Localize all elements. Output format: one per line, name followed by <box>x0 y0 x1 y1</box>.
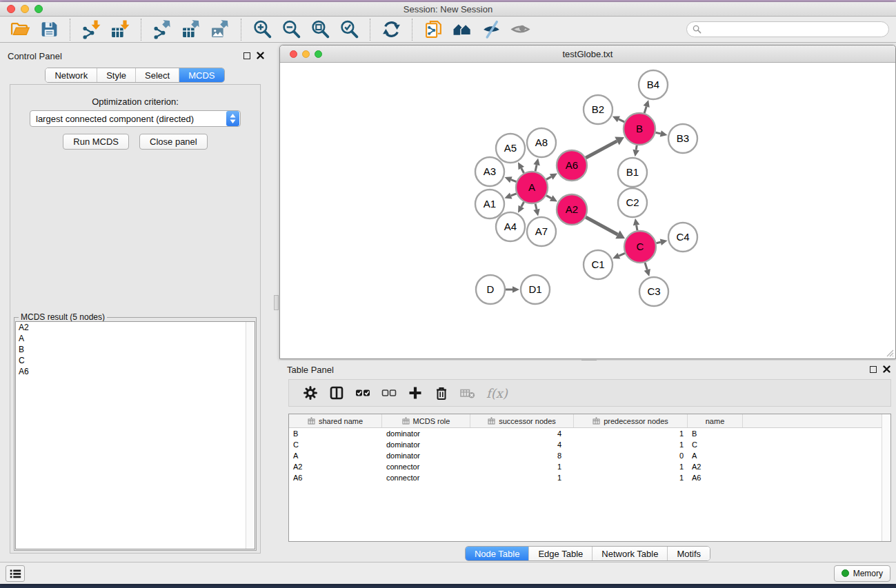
graph-edge-A-A4[interactable] <box>521 202 524 207</box>
close-panel-icon[interactable] <box>257 52 264 59</box>
toolbar-separator <box>141 19 141 41</box>
import-table-button[interactable] <box>110 19 130 41</box>
graph-edge-A-A1[interactable] <box>511 194 517 196</box>
column-header-MCDS-role[interactable]: MCDS role <box>382 414 470 427</box>
table-scrollbar[interactable] <box>882 414 890 541</box>
save-session-button[interactable] <box>39 19 59 41</box>
export-image-button[interactable] <box>210 19 230 41</box>
table-close-panel-icon[interactable] <box>883 365 890 373</box>
graph-edge-C-C3[interactable] <box>645 263 647 270</box>
unselect-all-columns-button[interactable] <box>381 385 397 401</box>
graph-edge-A6-B[interactable] <box>586 141 617 158</box>
graph-edge-C-C4[interactable] <box>656 242 660 243</box>
result-list-scrollbar[interactable] <box>246 322 255 549</box>
export-table-button[interactable] <box>181 19 201 41</box>
graph-node-label-A2: A2 <box>566 203 578 215</box>
tab-mcds[interactable]: MCDS <box>179 68 223 82</box>
graph-edge-C-C1[interactable] <box>619 253 625 256</box>
import-table-icon <box>110 19 130 39</box>
float-panel-icon[interactable] <box>243 52 250 59</box>
vertical-split-handle[interactable] <box>274 295 279 310</box>
clone-network-button[interactable] <box>423 19 444 41</box>
zoom-selected-button[interactable] <box>339 19 359 41</box>
show-all-networks-button[interactable] <box>452 19 472 41</box>
column-header-shared-name[interactable]: shared name <box>289 414 382 427</box>
tab-network-table[interactable]: Network Table <box>592 547 667 560</box>
mcds-result-item[interactable]: B <box>16 344 255 355</box>
toolbar-separator <box>70 19 70 41</box>
table-row[interactable]: Bdominator41B <box>289 428 890 439</box>
column-header-successor-nodes[interactable]: successor nodes <box>470 414 574 427</box>
table-row[interactable]: Cdominator41C <box>289 439 890 450</box>
table-float-panel-icon[interactable] <box>870 366 877 373</box>
graph-edge-A-A8[interactable] <box>535 165 537 171</box>
column-header-predecessor-nodes[interactable]: predecessor nodes <box>574 414 688 427</box>
task-history-button[interactable] <box>6 565 25 582</box>
graph-edge-B-B3[interactable] <box>655 132 660 134</box>
table-toolbar: f(x) <box>288 379 891 407</box>
hide-panel-button[interactable] <box>481 19 501 41</box>
zoom-out-button[interactable] <box>281 19 301 41</box>
mcds-result-item[interactable]: A2 <box>16 322 255 333</box>
delete-column-icon <box>434 385 449 401</box>
function-builder-button[interactable]: f(x) <box>486 386 508 401</box>
table-row[interactable]: A6connector11A6 <box>289 472 890 483</box>
zoom-selected-icon <box>339 19 359 39</box>
graph-edge-A-A3[interactable] <box>511 180 517 182</box>
tab-motifs[interactable]: Motifs <box>667 547 710 560</box>
import-network-button[interactable] <box>81 19 101 41</box>
table-row[interactable]: Adominator80A <box>289 450 890 461</box>
table-cell: A <box>289 452 382 460</box>
tab-node-table[interactable]: Node Table <box>466 547 529 560</box>
mcds-result-group: MCDS result (5 nodes) A2ABCA6 <box>14 317 257 551</box>
graph-node-label-B2: B2 <box>592 103 604 115</box>
graph-edge-B-B1[interactable] <box>636 145 637 150</box>
select-all-columns-button[interactable] <box>355 385 371 401</box>
tab-network[interactable]: Network <box>46 68 97 82</box>
column-header-label: predecessor nodes <box>604 417 668 425</box>
node-table-header: shared nameMCDS rolesuccessor nodesprede… <box>289 414 890 428</box>
table-row[interactable]: A2connector11A2 <box>289 461 890 472</box>
open-session-button[interactable] <box>10 19 30 41</box>
toolbar-separator <box>370 19 370 41</box>
table-cell: 1 <box>574 474 688 482</box>
column-header-name[interactable]: name <box>688 414 743 427</box>
graph-edge-A-A7[interactable] <box>535 203 537 209</box>
graph-edge-A2-C[interactable] <box>586 217 617 234</box>
show-panel-button[interactable] <box>510 19 530 41</box>
network-canvas[interactable]: B4B2BB3A8A5A6A3B1AA1C2A2A4A7C4CC1C3DD1 <box>280 63 895 358</box>
memory-button[interactable]: Memory <box>834 565 890 582</box>
tab-style[interactable]: Style <box>97 68 135 82</box>
graph-edge-C-C2[interactable] <box>637 225 637 231</box>
delete-column-button[interactable] <box>433 385 450 401</box>
search-input[interactable] <box>701 24 883 35</box>
graph-arrowhead-D-D1 <box>512 286 519 293</box>
mcds-result-item[interactable]: A <box>16 333 255 344</box>
graph-edge-B-B4[interactable] <box>644 106 646 113</box>
mcds-result-item[interactable]: C <box>16 355 255 366</box>
resize-grip-icon[interactable] <box>885 348 894 357</box>
mcds-result-list[interactable]: A2ABCA6 <box>15 321 255 549</box>
table-cell: dominator <box>382 452 470 460</box>
search-box[interactable] <box>686 21 889 37</box>
add-column-button[interactable] <box>407 385 424 401</box>
criterion-dropdown[interactable]: largest connected component (directed) <box>30 110 241 127</box>
graph-node-label-C1: C1 <box>591 258 604 270</box>
graph-edge-A-A5[interactable] <box>521 168 524 173</box>
close-panel-button[interactable]: Close panel <box>139 134 208 150</box>
table-settings-button[interactable] <box>302 385 319 401</box>
delete-table-disabled-button[interactable] <box>459 385 476 401</box>
graph-node-label-D1: D1 <box>528 283 541 295</box>
refresh-view-button[interactable] <box>381 19 401 41</box>
graph-edge-B-B2[interactable] <box>619 119 624 122</box>
export-network-button[interactable] <box>152 19 172 41</box>
mcds-result-item[interactable]: A6 <box>16 366 255 377</box>
graph-edge-A-A2[interactable] <box>546 196 551 199</box>
zoom-fit-button[interactable] <box>310 19 330 41</box>
graph-edge-A-A6[interactable] <box>546 176 551 179</box>
zoom-in-button[interactable] <box>252 19 272 41</box>
toggle-columns-button[interactable] <box>328 385 345 401</box>
run-mcds-button[interactable]: Run MCDS <box>63 134 129 150</box>
tab-edge-table[interactable]: Edge Table <box>528 547 592 560</box>
tab-select[interactable]: Select <box>135 68 179 82</box>
